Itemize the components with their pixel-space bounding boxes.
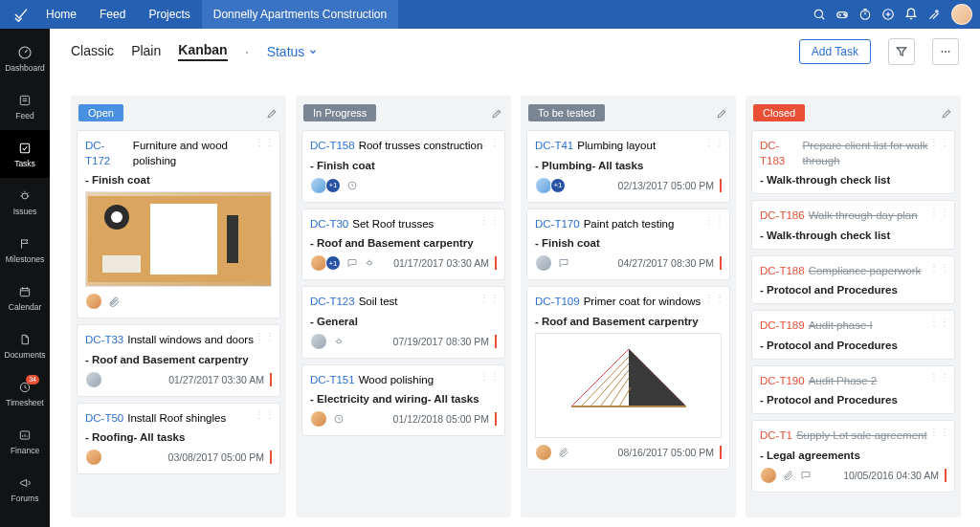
task-card[interactable]: ⋮⋮ DC-T50 Install Roof shingles - Roofin…: [77, 403, 280, 475]
assignee-avatar[interactable]: [310, 410, 327, 428]
task-id[interactable]: DC-T151: [310, 373, 355, 388]
more-assignees-badge[interactable]: +1: [550, 178, 566, 193]
attachment-icon[interactable]: [783, 470, 794, 481]
drag-handle-icon[interactable]: ⋮⋮: [255, 137, 276, 147]
status-dropdown[interactable]: Status: [267, 44, 319, 59]
drag-handle-icon[interactable]: ⋮⋮: [929, 317, 950, 327]
task-id[interactable]: DC-T172: [85, 139, 129, 168]
more-button[interactable]: [932, 38, 959, 65]
task-card[interactable]: ⋮⋮ DC-T190 Audit Phase 2 - Protocol and …: [751, 365, 955, 415]
assignee-avatar[interactable]: [85, 449, 102, 466]
sidebar-item-dashboard[interactable]: Dashboard: [0, 34, 50, 82]
task-card[interactable]: ⋮⋮ DC-T189 Audit phase I - Protocol and …: [751, 310, 955, 360]
view-classic[interactable]: Classic: [71, 43, 114, 60]
more-assignees-badge[interactable]: +1: [325, 178, 341, 193]
timer-icon[interactable]: [854, 0, 877, 29]
assignee-avatar[interactable]: [535, 254, 552, 272]
drag-handle-icon[interactable]: ⋮⋮: [929, 207, 950, 217]
sidebar-item-milestones[interactable]: Milestones: [0, 226, 50, 274]
drag-handle-icon[interactable]: ⋮⋮: [479, 293, 501, 303]
nav-home[interactable]: Home: [34, 0, 88, 29]
drag-handle-icon[interactable]: ⋮⋮: [704, 293, 725, 303]
task-card[interactable]: ⋮⋮ DC-T30 Set Roof trusses - Roof and Ba…: [301, 209, 505, 281]
drag-handle-icon[interactable]: ⋮⋮: [929, 372, 950, 383]
gamepad-icon[interactable]: [831, 0, 854, 29]
nav-projects[interactable]: Projects: [137, 0, 201, 29]
drag-handle-icon[interactable]: ⋮⋮: [929, 262, 950, 273]
sidebar-item-forums[interactable]: Forums: [0, 465, 50, 513]
task-card[interactable]: ⋮⋮ DC-T123 Soil test - General 07/19/201…: [301, 286, 505, 359]
sidebar-item-finance[interactable]: Finance: [0, 417, 50, 465]
sidebar-item-tasks[interactable]: Tasks: [0, 130, 50, 178]
add-task-button[interactable]: Add Task: [799, 39, 871, 64]
comment-icon[interactable]: [558, 257, 569, 269]
drag-handle-icon[interactable]: ⋮⋮: [479, 371, 501, 382]
bell-icon[interactable]: [900, 0, 923, 29]
column-edit-icon[interactable]: [941, 107, 953, 120]
drag-handle-icon[interactable]: ⋮⋮: [255, 331, 276, 341]
assignee-avatar[interactable]: [760, 467, 777, 484]
drag-handle-icon[interactable]: ⋮⋮: [929, 137, 950, 147]
sidebar-item-timesheet[interactable]: Timesheet: [0, 369, 50, 417]
task-id[interactable]: DC-T190: [760, 374, 805, 389]
task-thumbnail[interactable]: [535, 333, 722, 438]
sidebar-item-documents[interactable]: Documents: [0, 321, 50, 369]
sidebar-item-issues[interactable]: Issues: [0, 178, 50, 226]
drag-handle-icon[interactable]: ⋮⋮: [479, 137, 501, 147]
assignee-avatar[interactable]: [310, 333, 327, 350]
task-id[interactable]: DC-T183: [760, 139, 799, 168]
task-id[interactable]: DC-T170: [535, 217, 580, 232]
task-card[interactable]: ⋮⋮ DC-T41 Plumbing layout - Plumbing- Al…: [526, 130, 730, 203]
task-card[interactable]: ⋮⋮ DC-T1 Supply Lot sale agreement - Leg…: [751, 420, 955, 493]
task-card[interactable]: ⋮⋮ DC-T188 Compliance paperwork - Protoc…: [751, 255, 955, 305]
task-card[interactable]: ⋮⋮ DC-T186 Walk through day plan - Walk-…: [751, 200, 955, 250]
task-card[interactable]: ⋮⋮ DC-T109 Primer coat for windows - Roo…: [526, 286, 730, 470]
sidebar-item-feed[interactable]: Feed: [0, 82, 50, 130]
add-icon[interactable]: [877, 0, 900, 29]
attachment-icon[interactable]: [108, 296, 121, 308]
assignee-avatar[interactable]: [85, 371, 102, 388]
project-tab[interactable]: Donnelly Apartments Construction: [202, 0, 398, 29]
drag-handle-icon[interactable]: ⋮⋮: [704, 137, 725, 147]
task-id[interactable]: DC-T1: [760, 428, 792, 444]
drag-handle-icon[interactable]: ⋮⋮: [255, 409, 276, 420]
user-avatar[interactable]: [951, 4, 972, 25]
task-id[interactable]: DC-T33: [85, 333, 123, 348]
assignee-avatar[interactable]: [85, 293, 102, 310]
column-edit-icon[interactable]: [491, 107, 503, 120]
more-assignees-badge[interactable]: +1: [325, 255, 341, 271]
app-logo[interactable]: [8, 7, 34, 22]
task-id[interactable]: DC-T186: [760, 209, 805, 224]
tools-icon[interactable]: [923, 0, 946, 29]
task-card[interactable]: ⋮⋮ DC-T172 Furniture and wood polishing …: [77, 130, 280, 318]
task-id[interactable]: DC-T189: [760, 318, 805, 334]
task-id[interactable]: DC-T109: [535, 295, 580, 310]
sidebar-item-calendar[interactable]: Calendar: [0, 274, 50, 321]
search-icon[interactable]: [808, 0, 831, 29]
comment-icon[interactable]: [800, 470, 812, 481]
task-card[interactable]: ⋮⋮ DC-T158 Roof trusses construction - F…: [301, 130, 505, 203]
task-card[interactable]: ⋮⋮ DC-T170 Paint patch testing - Finish …: [526, 209, 730, 281]
task-card[interactable]: ⋮⋮ DC-T33 Install windows and doors - Ro…: [77, 324, 280, 397]
task-card[interactable]: ⋮⋮ DC-T151 Wood polishing - Electricity …: [301, 364, 505, 437]
nav-feed[interactable]: Feed: [88, 0, 137, 29]
task-id[interactable]: DC-T123: [310, 295, 355, 310]
view-plain[interactable]: Plain: [131, 43, 161, 60]
column-edit-icon[interactable]: [266, 107, 278, 120]
view-kanban[interactable]: Kanban: [178, 42, 227, 61]
task-id[interactable]: DC-T41: [535, 139, 573, 154]
assignee-avatar[interactable]: [535, 444, 552, 461]
column-edit-icon[interactable]: [716, 107, 728, 120]
filter-button[interactable]: [888, 38, 915, 65]
attachment-icon[interactable]: [558, 447, 569, 458]
drag-handle-icon[interactable]: ⋮⋮: [704, 215, 725, 226]
comment-icon[interactable]: [346, 257, 358, 269]
task-id[interactable]: DC-T50: [85, 411, 123, 427]
drag-handle-icon[interactable]: ⋮⋮: [929, 427, 950, 437]
drag-handle-icon[interactable]: ⋮⋮: [479, 215, 501, 226]
task-thumbnail[interactable]: [85, 191, 272, 287]
task-id[interactable]: DC-T188: [760, 264, 805, 279]
task-card[interactable]: ⋮⋮ DC-T183 Prepare client list for walk …: [751, 130, 955, 194]
task-id[interactable]: DC-T158: [310, 139, 355, 154]
task-id[interactable]: DC-T30: [310, 217, 348, 232]
